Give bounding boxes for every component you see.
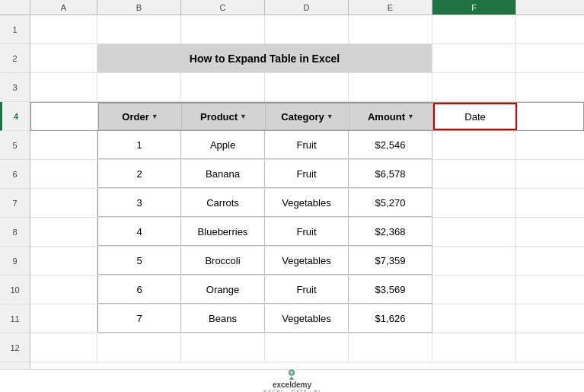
category-dropdown-icon[interactable]: ▼ — [327, 113, 333, 120]
cell-product-4[interactable]: Blueberries — [181, 218, 265, 246]
cell-amount-1[interactable]: $2,546 — [349, 131, 432, 159]
cell-category-1[interactable]: Fruit — [265, 131, 349, 159]
grid-row-3 — [30, 73, 584, 102]
cell-a5[interactable] — [30, 131, 97, 159]
cell-e3[interactable] — [349, 73, 432, 101]
cell-amount-5[interactable]: $7,359 — [349, 247, 432, 275]
cell-b12[interactable] — [97, 333, 181, 362]
bottom-bar: exceldemy EXCEL · DATA · BI — [0, 369, 584, 392]
cell-f2[interactable] — [432, 44, 516, 72]
row-num-9: 9 — [0, 247, 30, 276]
cell-f1[interactable] — [432, 15, 516, 43]
title-cell: How to Expand Table in Excel — [97, 44, 432, 72]
cell-category-5[interactable]: Vegetables — [265, 247, 349, 275]
grid-area: 1 2 3 4 5 6 7 8 9 10 11 12 — [0, 15, 584, 369]
brand-tagline: EXCEL · DATA · BI — [263, 389, 321, 392]
cell-d12[interactable] — [265, 333, 349, 362]
cell-order-6[interactable]: 6 — [97, 276, 181, 304]
cell-order-5[interactable]: 5 — [97, 247, 181, 275]
cell-f8[interactable] — [432, 218, 516, 246]
order-header-label: Order — [122, 111, 148, 123]
cell-a12[interactable] — [30, 333, 97, 362]
row-num-3: 3 — [0, 73, 30, 102]
cell-d3[interactable] — [265, 73, 349, 101]
row-num-10: 10 — [0, 276, 30, 304]
cell-a8[interactable] — [30, 218, 97, 246]
cell-product-7[interactable]: Beans — [181, 304, 265, 333]
cell-order-3[interactable]: 3 — [97, 189, 181, 217]
cell-product-2[interactable]: Banana — [181, 160, 265, 188]
cell-b3[interactable] — [97, 73, 181, 101]
cell-f3[interactable] — [432, 73, 516, 101]
cell-amount-6[interactable]: $3,569 — [349, 276, 432, 304]
cell-order-7[interactable]: 7 — [97, 304, 181, 333]
cell-amount-2[interactable]: $6,578 — [349, 160, 432, 188]
col-header-f[interactable]: F — [432, 0, 516, 14]
cell-b1[interactable] — [97, 15, 181, 43]
grid-row-6: 2 Banana Fruit $6,578 — [30, 160, 584, 189]
product-dropdown-icon[interactable]: ▼ — [240, 113, 247, 120]
cell-f6[interactable] — [432, 160, 516, 188]
cell-f12[interactable] — [432, 333, 516, 362]
col-header-c[interactable]: C — [181, 0, 265, 14]
cell-amount-3[interactable]: $5,270 — [349, 189, 432, 217]
cell-product-6[interactable]: Orange — [181, 276, 265, 304]
cell-a7[interactable] — [30, 189, 97, 217]
cell-amount-header[interactable]: Amount ▼ — [349, 103, 433, 130]
cell-order-4[interactable]: 4 — [97, 218, 181, 246]
cell-category-3[interactable]: Vegetables — [265, 189, 349, 217]
cell-a11[interactable] — [30, 304, 97, 333]
cell-a9[interactable] — [30, 247, 97, 275]
cell-product-1[interactable]: Apple — [181, 131, 265, 159]
grid-row-2: How to Expand Table in Excel — [30, 44, 584, 73]
cell-f11[interactable] — [432, 304, 516, 333]
grid-row-4: Order ▼ Product ▼ Category ▼ Amount ▼ — [30, 102, 584, 131]
cell-a6[interactable] — [30, 160, 97, 188]
grid-row-10: 6 Orange Fruit $3,569 — [30, 276, 584, 304]
cell-category-6[interactable]: Fruit — [265, 276, 349, 304]
cell-product-3[interactable]: Carrots — [181, 189, 265, 217]
grid-row-5: 1 Apple Fruit $2,546 — [30, 131, 584, 160]
cell-order-header[interactable]: Order ▼ — [98, 103, 182, 130]
cell-c12[interactable] — [181, 333, 265, 362]
cell-order-1[interactable]: 1 — [97, 131, 181, 159]
cell-product-5[interactable]: Broccoli — [181, 247, 265, 275]
cell-a4[interactable] — [31, 103, 98, 130]
grid-row-1 — [30, 15, 584, 44]
cell-order-2[interactable]: 2 — [97, 160, 181, 188]
cell-f10[interactable] — [432, 276, 516, 304]
cell-product-header[interactable]: Product ▼ — [182, 103, 266, 130]
amount-dropdown-icon[interactable]: ▼ — [407, 113, 414, 120]
brand-logo: exceldemy EXCEL · DATA · BI — [263, 368, 321, 392]
cell-category-2[interactable]: Fruit — [265, 160, 349, 188]
col-header-a[interactable]: A — [30, 0, 97, 14]
col-header-d[interactable]: D — [265, 0, 349, 14]
col-header-e[interactable]: E — [349, 0, 432, 14]
product-header-label: Product — [200, 111, 238, 123]
cell-a10[interactable] — [30, 276, 97, 304]
row-num-1: 1 — [0, 15, 30, 44]
cell-category-4[interactable]: Fruit — [265, 218, 349, 246]
cell-d1[interactable] — [265, 15, 349, 43]
cell-date-header[interactable]: Date — [433, 103, 517, 130]
cell-c3[interactable] — [181, 73, 265, 101]
grid-row-9: 5 Broccoli Vegetables $7,359 — [30, 247, 584, 276]
cell-amount-7[interactable]: $1,626 — [349, 304, 432, 333]
cell-f7[interactable] — [432, 189, 516, 217]
cell-amount-4[interactable]: $2,368 — [349, 218, 432, 246]
cell-category-7[interactable]: Vegetables — [265, 304, 349, 333]
order-dropdown-icon[interactable]: ▼ — [152, 113, 158, 120]
cell-f9[interactable] — [432, 247, 516, 275]
cell-c1[interactable] — [181, 15, 265, 43]
row-num-5: 5 — [0, 131, 30, 160]
col-header-b[interactable]: B — [97, 0, 181, 14]
cells-area: How to Expand Table in Excel Orde — [30, 15, 584, 369]
cell-f5[interactable] — [432, 131, 516, 159]
corner-cell — [0, 0, 30, 14]
cell-a3[interactable] — [30, 73, 97, 101]
cell-e12[interactable] — [349, 333, 432, 362]
cell-a1[interactable] — [30, 15, 97, 43]
cell-a2[interactable] — [30, 44, 97, 72]
cell-e1[interactable] — [349, 15, 432, 43]
cell-category-header[interactable]: Category ▼ — [266, 103, 349, 130]
